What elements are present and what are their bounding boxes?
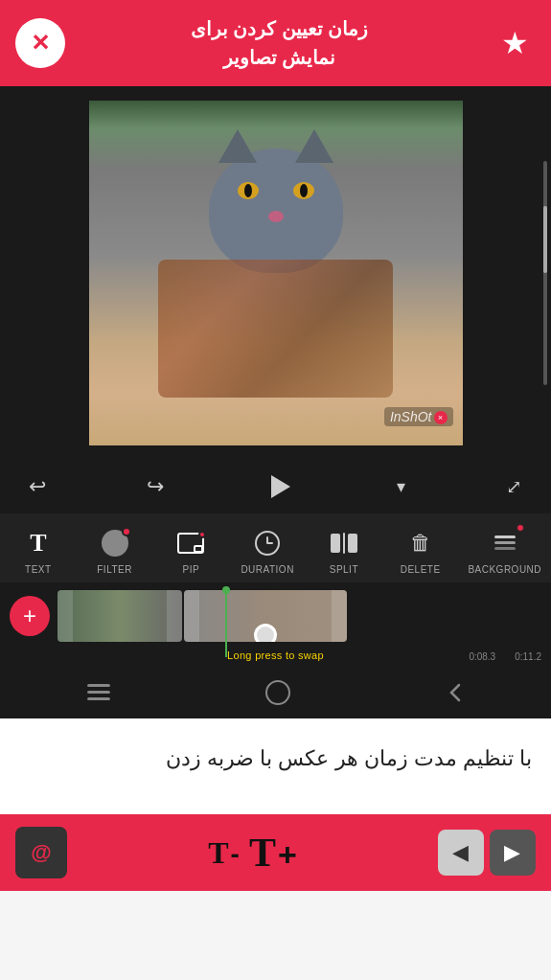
tool-pip-label: PIP [183,564,200,575]
plus-icon: + [278,836,297,874]
clip-handle-right[interactable] [167,590,182,642]
total-time: 0:11.2 [515,651,541,662]
tool-filter[interactable]: FILTER [86,526,144,575]
background-icon [488,526,522,560]
clip-2[interactable] [184,590,347,642]
cat-body [145,135,406,411]
delete-icon: 🗑 [403,526,438,560]
svg-rect-1 [87,691,110,694]
timeline: + Long press to swap 0:08.3 0:11.2 [0,582,551,667]
filter-icon [98,526,132,560]
navigation-arrows: ◀ ▶ [438,830,536,876]
timeline-cursor [225,590,227,657]
email-icon-button[interactable]: @ [15,827,67,878]
tool-text-label: TEXT [25,564,52,575]
tool-duration[interactable]: DURATION [239,526,296,575]
star-button[interactable] [494,22,536,64]
scroll-indicator [543,161,547,385]
clip-handle-left-2[interactable] [184,590,199,642]
swap-label: Long press to swap [227,650,324,661]
play-button[interactable] [265,471,296,502]
cat-eye-left [238,182,259,199]
text-increase-button[interactable]: T + [249,830,297,876]
nav-home-button[interactable] [264,679,291,706]
text-decrease-button[interactable]: T - [208,835,240,871]
pip-icon [173,526,208,560]
cat-eye-right [293,182,314,199]
wood-chair [158,260,394,398]
svg-rect-2 [87,697,110,700]
clip-handle-right-2[interactable] [332,590,347,642]
tool-filter-label: FILTER [97,564,132,575]
watermark: InShOt× [384,407,453,426]
edit-toolbar: T TEXT FILTER PIP DURATION [0,513,551,582]
clip-1[interactable] [57,590,182,642]
scroll-thumb [543,206,547,273]
description-text: با تنظیم مدت زمان هر عکس با ضربه زدن [19,741,532,775]
cat-nose [268,211,284,222]
nav-menu-button[interactable] [87,684,110,701]
clip-circle[interactable] [254,624,277,642]
video-frame: InShOt× [89,101,463,445]
text-icon: T [21,526,56,560]
content-area: با تنظیم مدت زمان هر عکس با ضربه زدن [0,718,551,814]
system-nav-bar [0,667,551,718]
add-media-button[interactable]: + [10,596,50,636]
expand-button[interactable] [506,475,522,498]
tool-pip[interactable]: PIP [162,526,219,575]
back-arrow-icon [446,681,465,704]
tool-text[interactable]: T TEXT [10,526,67,575]
nav-back-button[interactable] [446,681,465,704]
svg-point-3 [266,681,289,704]
timeline-clips[interactable] [57,590,551,642]
cat-eyes [238,182,314,199]
prev-arrow-button[interactable]: ◀ [438,830,484,876]
split-icon [327,526,361,560]
current-time: 0:08.3 [469,651,495,662]
watermark-icon: × [434,411,448,424]
app-header: زمان تعیین کردن برای نمایش تصاویر [0,0,551,86]
bottom-bar: @ T - T + ◀ ▶ [0,814,551,891]
at-sign-icon: @ [31,840,51,865]
t-plus-t-label: T [249,830,276,876]
minus-icon: - [231,839,240,870]
tool-delete[interactable]: 🗑 DELETE [392,526,449,575]
home-icon [264,679,291,706]
close-button[interactable] [15,18,65,68]
video-preview: InShOt× [0,86,551,460]
svg-rect-0 [87,684,110,687]
play-icon [271,475,290,498]
cat-head [209,148,343,273]
tool-split[interactable]: SPLIT [315,526,373,575]
tool-background-label: BACKGROUND [468,564,541,575]
cat-ear-left [218,129,257,163]
tool-duration-label: DURATION [241,564,293,575]
timeline-inner: + [0,582,551,650]
text-size-controls: T - T + [208,830,297,876]
undo-button[interactable] [29,474,46,499]
tool-delete-label: DELETE [401,564,441,575]
redo-button[interactable] [147,474,164,499]
tool-split-label: SPLIT [330,564,358,575]
next-arrow-button[interactable]: ▶ [490,830,536,876]
menu-icon [87,684,110,701]
playback-controls [0,460,551,513]
t-minus-t-label: T [208,835,228,871]
header-title: زمان تعیین کردن برای نمایش تصاویر [65,14,494,72]
cat-ear-right [295,129,333,163]
cat-image [89,101,463,445]
volume-button[interactable] [397,476,405,497]
tool-background[interactable]: BACKGROUND [468,526,541,575]
duration-icon [250,526,285,560]
clip-handle-left[interactable] [57,590,73,642]
